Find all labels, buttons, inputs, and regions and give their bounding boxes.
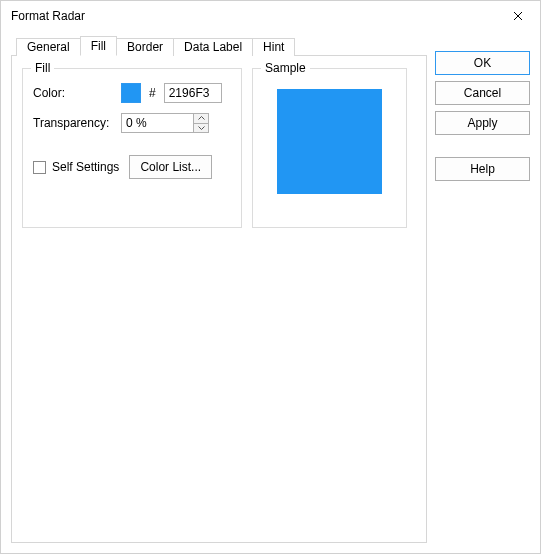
apply-button[interactable]: Apply xyxy=(435,111,530,135)
titlebar: Format Radar xyxy=(1,1,540,31)
self-settings-row: Self Settings Color List... xyxy=(33,155,231,179)
self-settings-label: Self Settings xyxy=(52,160,119,174)
close-button[interactable] xyxy=(495,1,540,31)
color-list-button[interactable]: Color List... xyxy=(129,155,212,179)
button-label: OK xyxy=(474,56,491,70)
button-label: Apply xyxy=(467,116,497,130)
button-column: OK Cancel Apply Help xyxy=(435,39,530,543)
color-swatch[interactable] xyxy=(121,83,141,103)
spinner-up[interactable] xyxy=(194,114,208,124)
help-button[interactable]: Help xyxy=(435,157,530,181)
cancel-button[interactable]: Cancel xyxy=(435,81,530,105)
hash-symbol: # xyxy=(149,86,156,100)
sample-swatch xyxy=(277,89,382,194)
button-label: Cancel xyxy=(464,86,501,100)
tab-label: Border xyxy=(127,40,163,54)
button-label: Color List... xyxy=(140,160,201,174)
tab-hint[interactable]: Hint xyxy=(252,38,295,56)
fill-legend: Fill xyxy=(31,61,54,75)
color-label: Color: xyxy=(33,86,115,100)
tab-label: Fill xyxy=(91,39,106,53)
dialog-window: Format Radar General Fill Border Data La… xyxy=(0,0,541,554)
content-area: General Fill Border Data Label Hint Fill… xyxy=(1,31,540,553)
transparency-input[interactable] xyxy=(121,113,193,133)
tab-border[interactable]: Border xyxy=(116,38,174,56)
sample-legend: Sample xyxy=(261,61,310,75)
tab-data-label[interactable]: Data Label xyxy=(173,38,253,56)
transparency-row: Transparency: xyxy=(33,113,231,133)
tab-label: Hint xyxy=(263,40,284,54)
button-label: Help xyxy=(470,162,495,176)
close-icon xyxy=(513,11,523,21)
color-hex-input[interactable] xyxy=(164,83,222,103)
tab-fill[interactable]: Fill xyxy=(80,36,117,56)
left-column: General Fill Border Data Label Hint Fill… xyxy=(11,39,427,543)
spinner-down[interactable] xyxy=(194,124,208,133)
transparency-spinner xyxy=(121,113,209,133)
tab-body: Fill Color: # Transparency: xyxy=(12,56,426,240)
sample-fieldset: Sample xyxy=(252,68,407,228)
checkbox-icon xyxy=(33,161,46,174)
spinner-buttons xyxy=(193,113,209,133)
transparency-label: Transparency: xyxy=(33,116,115,130)
self-settings-checkbox[interactable]: Self Settings xyxy=(33,160,119,174)
tabstrip: General Fill Border Data Label Hint xyxy=(16,37,294,57)
window-title: Format Radar xyxy=(11,9,85,23)
chevron-down-icon xyxy=(198,126,205,130)
color-row: Color: # xyxy=(33,83,231,103)
ok-button[interactable]: OK xyxy=(435,51,530,75)
tab-general[interactable]: General xyxy=(16,38,81,56)
chevron-up-icon xyxy=(198,116,205,120)
tab-container: General Fill Border Data Label Hint Fill… xyxy=(11,55,427,543)
tab-label: General xyxy=(27,40,70,54)
fill-fieldset: Fill Color: # Transparency: xyxy=(22,68,242,228)
tab-label: Data Label xyxy=(184,40,242,54)
